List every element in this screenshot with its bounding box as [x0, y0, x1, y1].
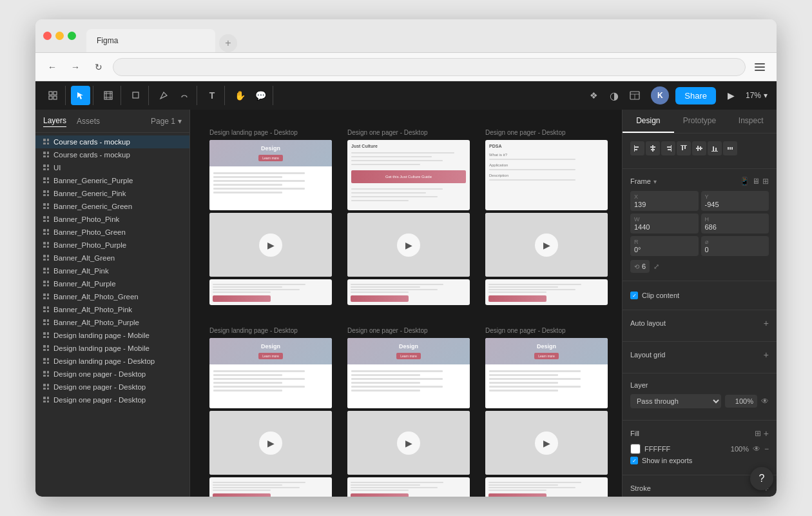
show-in-exports-checkbox[interactable] — [630, 457, 638, 464]
clip-content-checkbox[interactable] — [630, 292, 638, 299]
comment-tool-button[interactable]: 💬 — [251, 86, 270, 105]
add-fill-button[interactable]: + — [764, 428, 769, 439]
y-field[interactable]: Y -945 — [701, 191, 769, 211]
zoom-indicator[interactable]: 17% ▾ — [742, 88, 771, 103]
desktop-icon[interactable]: 🖥 — [752, 177, 760, 186]
pen-tool-button[interactable] — [154, 86, 173, 105]
select-tool-button[interactable] — [71, 86, 90, 105]
layer-item[interactable]: Banner_Photo_Pink — [35, 213, 189, 226]
radius-field[interactable]: ⌀ 0 — [701, 236, 769, 256]
fill-opacity-value[interactable]: 100% — [731, 445, 749, 453]
h-field[interactable]: H 686 — [701, 213, 769, 233]
inspect-tab[interactable]: Inspect — [725, 110, 777, 133]
fill-color-swatch[interactable] — [630, 444, 641, 454]
canvas-area[interactable]: Design landing page - DesktopDesignLearn… — [190, 110, 622, 497]
distribute-h-icon[interactable] — [723, 141, 737, 155]
close-button[interactable] — [43, 32, 52, 40]
grid-tool-button[interactable] — [43, 86, 63, 105]
fill-options-icon[interactable]: ⊞ — [755, 429, 761, 438]
fill-color-value[interactable]: FFFFFF — [644, 445, 727, 453]
page-selector[interactable]: Page 1 ▾ — [151, 117, 182, 126]
frame-video-thumbnail[interactable]: ▶ — [485, 213, 608, 277]
back-button[interactable]: ← — [43, 58, 61, 76]
layer-item[interactable]: Design one pager - Desktop — [35, 368, 189, 381]
forward-button[interactable]: → — [66, 58, 84, 76]
frame-tool-button[interactable] — [99, 86, 118, 105]
design-tab[interactable]: Design — [623, 110, 674, 133]
frame-video-thumbnail[interactable]: ▶ — [347, 411, 470, 475]
clip-corner-field[interactable]: ⟲ 6 — [630, 260, 650, 273]
layer-item[interactable]: Course cards - mockup — [35, 148, 189, 161]
play-button[interactable]: ▶ — [722, 86, 740, 104]
frame-video-thumbnail[interactable]: ▶ — [209, 411, 332, 475]
frame-detail-thumbnail[interactable] — [485, 477, 608, 497]
frame-detail-thumbnail[interactable] — [209, 279, 332, 305]
view-options-button[interactable] — [625, 86, 644, 105]
w-field[interactable]: W 1440 — [630, 213, 699, 233]
remove-fill-button[interactable]: − — [764, 444, 769, 453]
expand-icon[interactable]: ⊞ — [762, 177, 769, 186]
prototype-tab[interactable]: Prototype — [674, 110, 726, 133]
frame-thumbnail[interactable]: Just CultureGet this Just Culture Guide — [347, 140, 470, 210]
text-tool-button[interactable]: T — [202, 86, 222, 105]
browser-tab-active[interactable]: Figma — [86, 29, 215, 52]
new-tab-button[interactable]: + — [219, 34, 237, 52]
fill-visibility-icon[interactable]: 👁 — [753, 444, 760, 453]
frame-detail-thumbnail[interactable] — [209, 477, 332, 497]
refresh-button[interactable]: ↻ — [90, 58, 108, 76]
blend-mode-select[interactable]: Pass through Normal Multiply Screen — [630, 394, 721, 408]
assets-tab[interactable]: Assets — [77, 115, 100, 127]
frame-thumbnail[interactable]: DesignLearn more — [209, 338, 332, 408]
layer-item[interactable]: Banner_Alt_Purple — [35, 277, 189, 290]
frame-chevron-icon[interactable]: ▾ — [653, 178, 657, 185]
url-bar[interactable] — [113, 58, 746, 76]
help-fab[interactable]: ? — [750, 467, 773, 490]
minimize-button[interactable] — [55, 32, 64, 40]
align-center-h-icon[interactable] — [646, 141, 660, 155]
frame-detail-thumbnail[interactable] — [485, 279, 608, 305]
layer-item[interactable]: Design landing page - Mobile — [35, 342, 189, 355]
layer-item[interactable]: Banner_Alt_Green — [35, 252, 189, 264]
layer-item[interactable]: UI — [35, 161, 189, 174]
hand-tool-button[interactable]: ✋ — [230, 86, 249, 105]
maximize-button[interactable] — [68, 32, 76, 40]
contrast-tool-button[interactable]: ◑ — [604, 86, 624, 105]
frame-thumbnail[interactable]: DesignLearn more — [485, 338, 608, 408]
align-top-icon[interactable] — [677, 141, 691, 155]
x-field[interactable]: X 139 — [630, 191, 699, 211]
visibility-toggle[interactable]: 👁 — [761, 397, 769, 406]
frame-video-thumbnail[interactable]: ▶ — [209, 213, 332, 277]
frame-video-thumbnail[interactable]: ▶ — [347, 213, 470, 277]
layer-item[interactable]: Design landing page - Desktop — [35, 355, 189, 368]
frame-thumbnail[interactable]: DesignLearn more — [209, 140, 332, 210]
share-button[interactable]: Share — [675, 87, 716, 104]
layer-item[interactable]: Design one pager - Desktop — [35, 393, 189, 406]
layer-item[interactable]: Banner_Alt_Photo_Green — [35, 290, 189, 303]
layer-item[interactable]: Banner_Generic_Pink — [35, 187, 189, 200]
layer-item[interactable]: Course cards - mockup — [35, 135, 189, 148]
align-bottom-icon[interactable] — [708, 141, 722, 155]
layer-item[interactable]: Design one pager - Desktop — [35, 381, 189, 393]
component-tool-button[interactable]: ❖ — [584, 86, 603, 105]
browser-menu-button[interactable] — [751, 58, 769, 76]
layer-item[interactable]: Banner_Alt_Photo_Pink — [35, 303, 189, 316]
rotation-field[interactable]: R 0° — [630, 236, 699, 256]
frame-video-thumbnail[interactable]: ▶ — [485, 411, 608, 475]
opacity-field[interactable]: 100% — [725, 395, 757, 408]
layer-item[interactable]: Banner_Alt_Photo_Purple — [35, 316, 189, 329]
align-center-v-icon[interactable] — [692, 141, 706, 155]
layer-item[interactable]: Banner_Alt_Pink — [35, 264, 189, 277]
frame-detail-thumbnail[interactable] — [347, 279, 470, 305]
layer-item[interactable]: Banner_Photo_Green — [35, 226, 189, 239]
frame-thumbnail[interactable]: PDSAWhat is it?ApplicationDescription — [485, 140, 608, 210]
frame-detail-thumbnail[interactable] — [347, 477, 470, 497]
add-auto-layout-button[interactable]: + — [764, 318, 769, 328]
add-layout-grid-button[interactable]: + — [764, 350, 769, 360]
user-avatar[interactable]: K — [651, 86, 669, 104]
shapes-tool-button[interactable] — [126, 86, 146, 105]
layer-item[interactable]: Banner_Generic_Green — [35, 200, 189, 213]
pen2-tool-button[interactable] — [175, 86, 194, 105]
layers-tab[interactable]: Layers — [43, 115, 66, 127]
layer-item[interactable]: Design landing page - Mobile — [35, 329, 189, 342]
align-left-icon[interactable] — [630, 141, 644, 155]
